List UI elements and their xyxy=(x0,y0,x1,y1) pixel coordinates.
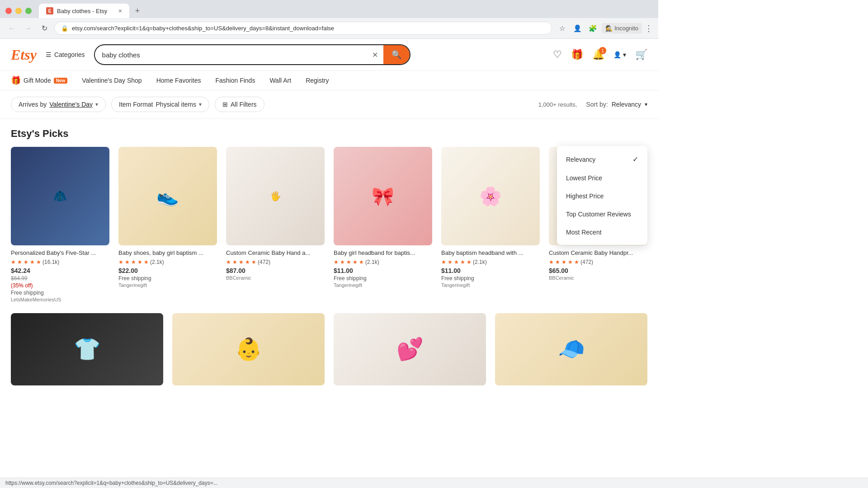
arrives-by-value: Valentine's Day xyxy=(49,101,93,108)
etsy-app: Etsy ☰ Categories ✕ 🔍 ♡ 🎁 🔔 1 👤 xyxy=(0,39,658,394)
relevancy-checkmark: ✓ xyxy=(632,155,638,164)
filters-bar: Arrives by Valentine's Day ▾ Item Format… xyxy=(0,90,658,119)
product-img-placeholder-p1: 🧥 xyxy=(11,147,109,245)
second-row-item-4[interactable]: 🧢 xyxy=(495,313,647,385)
browser-title-bar: E Baby clothes - Etsy × + xyxy=(0,0,658,18)
star3: ★ xyxy=(24,259,28,265)
nav-item-home-favorites[interactable]: Home Favorites xyxy=(156,77,201,84)
header-actions: ♡ 🎁 🔔 1 👤 ▾ 🛒 xyxy=(553,49,647,61)
arrives-by-label: Arrives by xyxy=(19,101,47,108)
star4: ★ xyxy=(30,259,35,265)
product-card-p1[interactable]: 🧥 Personalized Baby's Five-Star ... ★ ★ … xyxy=(11,147,109,302)
address-bar[interactable]: 🔒 etsy.com/search?explicit=1&q=baby+clot… xyxy=(54,22,552,35)
product-image-p1: 🧥 xyxy=(11,147,109,245)
product-card-p5[interactable]: 🌸 Baby baptism headband with ... ★★★★★ (… xyxy=(441,147,540,302)
browser-actions: ☆ 👤 🧩 🕵️ Incognito ⋮ xyxy=(556,22,653,35)
nav-item-fashion-finds[interactable]: Fashion Finds xyxy=(215,77,255,84)
star2: ★ xyxy=(17,259,22,265)
seller-p1: LetsMakeMemoriesUS xyxy=(11,297,109,302)
price-row-p1: $42.24 $64.99 (35% off) Free shipping Le… xyxy=(11,267,109,302)
browser-menu-btn[interactable]: ⋮ xyxy=(645,23,653,33)
back-btn[interactable]: ← xyxy=(5,22,18,35)
close-window-btn[interactable] xyxy=(5,8,12,14)
incognito-badge: 🕵️ Incognito xyxy=(602,23,642,33)
rating-count-p2: (2.1k) xyxy=(150,259,164,265)
sort-option-top-reviews[interactable]: Top Customer Reviews xyxy=(557,205,647,223)
etsy-header: Etsy ☰ Categories ✕ 🔍 ♡ 🎁 🔔 1 👤 xyxy=(0,39,658,71)
browser-chrome: E Baby clothes - Etsy × + ← → ↻ 🔒 etsy.c… xyxy=(0,0,658,39)
status-bar: https://www.etsy.com/search?explicit=1&q… xyxy=(0,478,658,488)
favorites-btn[interactable]: ♡ xyxy=(553,49,562,61)
cart-icon: 🛒 xyxy=(635,49,647,61)
nav-item-wall-art[interactable]: Wall Art xyxy=(269,77,291,84)
shipping-p2: Free shipping xyxy=(118,275,217,282)
categories-button[interactable]: ☰ Categories xyxy=(44,47,87,62)
wall-art-label: Wall Art xyxy=(269,77,291,84)
product-title-p5: Baby baptism headband with ... xyxy=(441,249,540,257)
etsy-logo[interactable]: Etsy xyxy=(11,47,37,63)
product-card-p4[interactable]: 🎀 Baby girl headband for baptis... ★★★★★… xyxy=(334,147,432,302)
price-row-p4: $11.00 Free shipping Tangerinegift xyxy=(334,267,432,288)
sort-option-highest-price[interactable]: Highest Price xyxy=(557,187,647,205)
minimize-window-btn[interactable] xyxy=(15,8,22,14)
account-btn[interactable]: 👤 ▾ xyxy=(613,51,626,58)
incognito-label: Incognito xyxy=(614,25,638,32)
tab-favicon: E xyxy=(46,7,53,14)
item-format-value: Physical items xyxy=(156,101,196,108)
valentines-label: Valentine's Day Shop xyxy=(82,77,142,84)
gift-card-btn[interactable]: 🎁 xyxy=(571,49,583,61)
forward-btn[interactable]: → xyxy=(22,22,34,35)
stars-p5: ★★★★★ (2.1k) xyxy=(441,259,540,265)
heart-icon: ♡ xyxy=(553,49,562,61)
product-image-p4: 🎀 xyxy=(334,147,432,245)
sort-option-relevancy[interactable]: Relevancy ✓ xyxy=(557,150,647,169)
price-p5: $11.00 xyxy=(441,267,540,274)
product-card-p2[interactable]: 👟 Baby shoes, baby girl baptism ... ★★★★… xyxy=(118,147,217,302)
notifications-btn[interactable]: 🔔 1 xyxy=(592,49,604,61)
item-format-filter[interactable]: Item Format Physical items ▾ xyxy=(111,97,209,112)
rating-count-p6: (472) xyxy=(580,259,593,265)
seller-p2: Tangerinegift xyxy=(118,282,217,288)
price-p1: $42.24 xyxy=(11,267,109,274)
second-row-item-2[interactable]: 👶 xyxy=(172,313,325,385)
search-clear-btn[interactable]: ✕ xyxy=(367,51,383,59)
new-tab-btn[interactable]: + xyxy=(131,5,144,17)
second-row-item-3[interactable]: 💕 xyxy=(334,313,486,385)
sort-top-reviews-label: Top Customer Reviews xyxy=(566,211,631,218)
sort-dropdown[interactable]: Sort by: Relevancy ▾ xyxy=(586,101,647,108)
all-filters-btn[interactable]: ⊞ All Filters xyxy=(215,97,264,112)
sort-relevancy-label: Relevancy xyxy=(566,156,595,163)
sort-label: Sort by: xyxy=(586,101,608,108)
cart-btn[interactable]: 🛒 xyxy=(635,49,647,61)
arrives-by-filter[interactable]: Arrives by Valentine's Day ▾ xyxy=(11,97,106,112)
sort-option-lowest-price[interactable]: Lowest Price xyxy=(557,169,647,187)
rating-count-p3: (472) xyxy=(258,259,270,265)
window-controls xyxy=(5,8,32,14)
search-input[interactable] xyxy=(95,47,367,63)
nav-bar: 🎁 Gift Mode New Valentine's Day Shop Hom… xyxy=(0,71,658,90)
sort-option-most-recent[interactable]: Most Recent xyxy=(557,223,647,241)
shipping-p4: Free shipping xyxy=(334,275,432,282)
price-p6: $65.00 xyxy=(549,267,647,274)
gift-card-icon: 🎁 xyxy=(571,49,583,61)
maximize-window-btn[interactable] xyxy=(25,8,32,14)
nav-item-gift-mode[interactable]: 🎁 Gift Mode New xyxy=(11,75,67,85)
active-tab[interactable]: E Baby clothes - Etsy × xyxy=(39,4,129,18)
categories-label: Categories xyxy=(54,51,85,58)
nav-item-valentines[interactable]: Valentine's Day Shop xyxy=(82,77,142,84)
nav-item-registry[interactable]: Registry xyxy=(306,77,329,84)
reload-btn[interactable]: ↻ xyxy=(38,22,51,35)
favorites-toggle-btn[interactable]: ☆ xyxy=(556,22,568,35)
shipping-p5: Free shipping xyxy=(441,275,540,282)
extensions-btn[interactable]: 🧩 xyxy=(586,22,599,35)
tab-close-btn[interactable]: × xyxy=(118,7,122,14)
product-image-p5: 🌸 xyxy=(441,147,540,245)
search-submit-btn[interactable]: 🔍 xyxy=(383,45,410,64)
shipping-p1: Free shipping xyxy=(11,290,109,296)
second-row-item-1[interactable]: 👕 xyxy=(11,313,163,385)
profile-btn[interactable]: 👤 xyxy=(571,22,584,35)
product-title-p4: Baby girl headband for baptis... xyxy=(334,249,432,257)
product-card-p3[interactable]: 🖐️ Custom Ceramic Baby Hand a... ★★★★★ (… xyxy=(226,147,325,302)
product-image-p3: 🖐️ xyxy=(226,147,325,245)
section-title: Etsy's Picks xyxy=(11,128,647,140)
